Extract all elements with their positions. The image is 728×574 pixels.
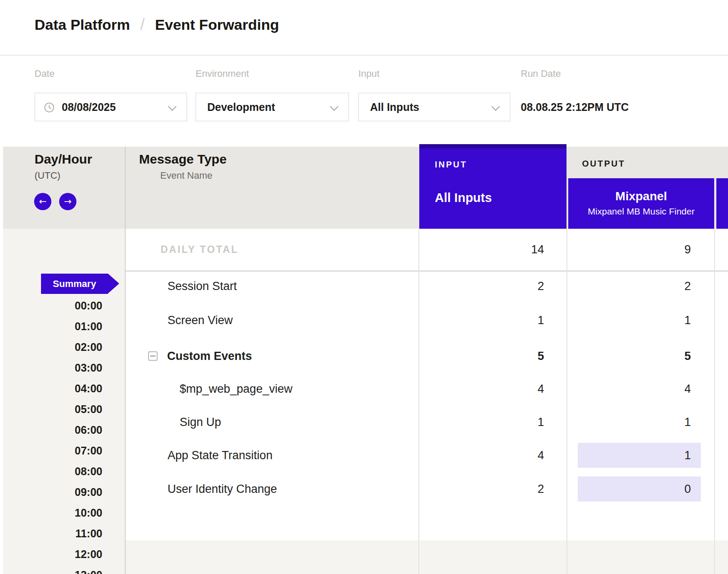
hour-label[interactable]: 11:00 [43,527,102,540]
hour-label[interactable]: 07:00 [43,444,102,457]
daily-total-label: DAILY TOTAL [161,241,238,258]
output-value-cell: 1 [568,447,691,464]
header-divider [0,55,728,56]
column-divider [567,229,567,574]
input-column-header[interactable]: INPUT All Inputs [419,144,567,229]
input-value-cell: 4 [419,447,544,464]
hour-label[interactable]: 10:00 [43,506,102,520]
event-label: App State Transition [168,447,272,464]
input-column-label: INPUT [435,160,467,170]
input-filter-label: Input [358,68,380,79]
event-label: Sign Up [180,413,221,431]
breadcrumb: Data Platform / Event Forwarding [35,16,279,34]
day-hour-title: Day/Hour [35,152,92,167]
summary-arrow-icon [108,274,119,293]
environment-value: Development [207,93,275,121]
input-column-value: All Inputs [435,191,492,205]
clock-icon [44,102,55,113]
run-date-label: Run Date [521,68,561,79]
hour-label[interactable]: 08:00 [43,464,102,478]
event-label: Custom Events [167,347,252,365]
environment-filter-label: Environment [196,68,249,79]
chevron-down-icon [330,102,339,111]
event-name-subtitle: Event Name [160,170,212,181]
message-type-title: Message Type [139,152,227,167]
event-label: User Identity Change [168,480,277,498]
hour-label[interactable]: 13:00 [43,568,102,574]
input-value-cell: 2 [419,480,544,498]
utc-subtitle: (UTC) [35,170,60,181]
daily-total-input-value: 14 [419,241,544,258]
mixpanel-column-header[interactable]: Mixpanel Mixpanel MB Music Finder [568,178,714,229]
output-value-cell: 0 [568,480,691,498]
chevron-down-icon [491,102,500,111]
arrow-left-icon: ← [39,197,47,206]
summary-label: Summary [53,278,96,289]
mixpanel-subtitle: Mixpanel MB Music Finder [568,206,714,217]
summary-tag[interactable]: Summary [41,274,108,294]
previous-day-button[interactable]: ← [34,193,51,210]
arrow-right-icon: → [64,197,72,206]
hour-label[interactable]: 12:00 [43,547,102,561]
event-label: Screen View [168,312,233,329]
input-column-selected-indicator [419,144,567,148]
hour-label[interactable]: 05:00 [43,402,102,416]
environment-dropdown[interactable]: Development [196,93,349,121]
output-value-cell: 2 [568,278,691,295]
column-divider [125,147,126,574]
event-forwarding-screen: Data Platform / Event Forwarding Date En… [0,0,728,574]
hour-label[interactable]: 06:00 [43,423,102,437]
hour-label[interactable]: 03:00 [43,361,102,375]
chevron-down-icon [168,102,177,111]
next-day-button[interactable]: → [59,193,76,210]
hour-label[interactable]: 02:00 [43,340,102,354]
input-value-cell: 1 [419,312,544,329]
breadcrumb-separator: / [140,16,145,34]
run-date-value: 08.08.25 2:12PM UTC [521,93,629,121]
daily-total-output-value: 9 [568,241,691,258]
breadcrumb-section[interactable]: Data Platform [35,16,130,33]
hour-label[interactable]: 00:00 [43,299,102,312]
collapse-toggle[interactable] [148,351,158,361]
output-value-cell: 1 [568,312,691,329]
output-value-cell: 1 [568,413,691,431]
daily-total-divider [125,271,728,271]
date-filter-label: Date [35,68,54,79]
output-value-cell: 5 [568,347,691,365]
empty-rows-band [125,540,728,574]
output-column-label: OUTPUT [582,159,625,169]
event-label: $mp_web_page_view [180,380,292,397]
hour-label[interactable]: 09:00 [43,485,102,499]
column-divider [714,229,715,574]
event-label: Session Start [168,278,237,295]
hour-label[interactable]: 04:00 [43,382,102,395]
breadcrumb-page: Event Forwarding [155,16,279,33]
date-value: 08/08/2025 [62,93,116,121]
input-dropdown[interactable]: All Inputs [358,93,510,121]
minus-icon [150,356,155,356]
input-value-cell: 2 [419,278,544,295]
mixpanel-title: Mixpanel [568,189,714,203]
input-value-cell: 1 [419,413,544,431]
hour-label[interactable]: 01:00 [43,319,102,333]
next-output-column-header[interactable] [716,178,728,229]
date-dropdown[interactable]: 08/08/2025 [35,93,187,121]
input-value-cell: 4 [419,380,544,397]
input-value: All Inputs [370,93,419,121]
output-value-cell: 4 [568,380,691,397]
input-value-cell: 5 [419,347,544,365]
